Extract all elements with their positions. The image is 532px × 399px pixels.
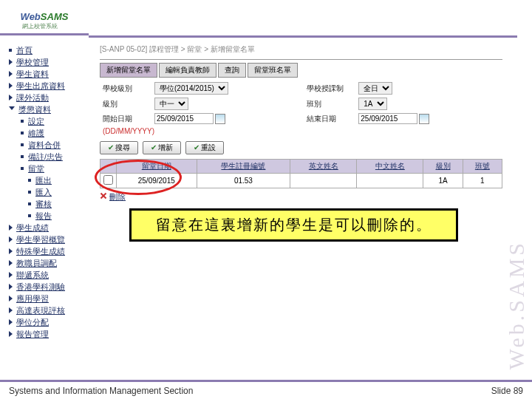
- sidebar-item-label: 首頁: [16, 45, 33, 55]
- tab-3[interactable]: 留堂班名單: [248, 63, 298, 78]
- sidebar-item-18[interactable]: 教職員調配: [7, 257, 92, 269]
- filter-form: 學校級別 學位(2014/2015) 學校授課制 全日 級別 中一 班別 1A …: [100, 81, 502, 137]
- action-buttons: ✔搜尋 ✔增新 ✔重設: [100, 141, 502, 154]
- sidebar-item-23[interactable]: 學位分配: [7, 316, 92, 328]
- expand-icon: [9, 225, 13, 231]
- sidebar-item-12[interactable]: 匯入: [7, 186, 92, 198]
- end-date-label: 結束日期: [304, 112, 355, 126]
- sidebar-item-22[interactable]: 高達表現評核: [7, 304, 92, 316]
- sidebar-item-13[interactable]: 審核: [7, 198, 92, 210]
- add-button[interactable]: ✔增新: [143, 141, 181, 154]
- sidebar-item-label: 匯出: [35, 175, 52, 185]
- sidebar-item-11[interactable]: 匯出: [7, 174, 92, 186]
- expand-icon: [9, 296, 13, 301]
- sidebar-item-label: 課外活動: [16, 92, 49, 103]
- table-row: 25/09/201501.531A1: [100, 174, 502, 188]
- tab-2[interactable]: 查詢: [218, 63, 246, 78]
- logo-web: Web: [21, 11, 41, 22]
- session-select[interactable]: 全日: [358, 82, 392, 95]
- bullet-icon: [28, 179, 31, 182]
- end-date-input[interactable]: [358, 113, 417, 124]
- sidebar-item-label: 設定: [28, 116, 44, 126]
- delete-icon[interactable]: [100, 192, 107, 200]
- sidebar-item-21[interactable]: 應用學習: [7, 293, 92, 304]
- table-header-5[interactable]: 級別: [423, 160, 463, 174]
- content-divider: [100, 59, 502, 60]
- sidebar-item-17[interactable]: 特殊學生成績: [7, 245, 92, 257]
- bullet-icon: [21, 143, 24, 146]
- tab-0[interactable]: 新增留堂名單: [100, 63, 157, 78]
- tab-1[interactable]: 編輯負責教師: [159, 63, 216, 78]
- results-table: 留堂日期學生註冊編號英文姓名中文姓名級別班號 25/09/201501.531A…: [100, 159, 502, 188]
- expand-icon: [9, 236, 13, 242]
- sidebar-item-label: 香港學科測驗: [16, 282, 65, 292]
- date-format-hint: (DD/MM/YYYY): [100, 126, 502, 137]
- sidebar-item-label: 留堂: [28, 163, 44, 174]
- sidebar-item-3[interactable]: 學生出席資料: [7, 80, 92, 92]
- sidebar-item-label: 維護: [28, 128, 44, 138]
- sidebar-item-7[interactable]: 維護: [7, 127, 92, 139]
- class-label: 級別: [100, 96, 151, 112]
- search-button[interactable]: ✔搜尋: [100, 141, 138, 154]
- header-divider: [89, 35, 517, 38]
- footer: Systems and Information Management Secti…: [0, 380, 532, 399]
- level-select[interactable]: 學位(2014/2015): [154, 82, 228, 95]
- check-icon: ✔: [194, 143, 200, 151]
- calendar-icon[interactable]: [215, 114, 225, 124]
- sidebar-item-2[interactable]: 學生資料: [7, 68, 92, 80]
- bullet-icon: [21, 155, 24, 158]
- level-label: 學校級別: [100, 81, 151, 96]
- calendar-icon[interactable]: [419, 114, 429, 124]
- expand-icon: [9, 106, 15, 113]
- bullet-icon: [28, 214, 31, 217]
- sidebar-item-1[interactable]: 學校管理: [7, 56, 92, 68]
- sidebar-item-label: 備註/忠告: [28, 151, 63, 162]
- table-header-2[interactable]: 學生註冊編號: [197, 160, 290, 174]
- start-date-input[interactable]: [154, 113, 214, 124]
- expand-icon: [9, 272, 13, 278]
- table-header-1[interactable]: 留堂日期: [117, 160, 197, 174]
- sidebar-item-10[interactable]: 留堂: [7, 163, 92, 174]
- sidebar-item-5[interactable]: 獎懲資料: [7, 103, 92, 115]
- sidebar-item-15[interactable]: 學生成績: [7, 222, 92, 233]
- sidebar-item-label: 審核: [35, 199, 52, 209]
- sidebar-item-16[interactable]: 學生學習概覽: [7, 233, 92, 245]
- table-header-0: [100, 160, 117, 174]
- bullet-icon: [9, 49, 12, 52]
- check-icon: ✔: [151, 143, 157, 151]
- sidebar-item-0[interactable]: 首頁: [7, 44, 92, 56]
- sidebar-item-label: 學生學習概覽: [16, 234, 65, 245]
- logo: WebSAMS: [21, 11, 69, 22]
- expand-icon: [9, 83, 13, 89]
- table-header-4[interactable]: 中文姓名: [357, 160, 423, 174]
- sidebar-item-4[interactable]: 課外活動: [7, 92, 92, 103]
- sidebar-item-label: 特殊學生成績: [16, 246, 65, 256]
- start-date-label: 開始日期: [100, 112, 151, 126]
- classno-label: 班別: [304, 96, 355, 112]
- sidebar-item-20[interactable]: 香港學科測驗: [7, 281, 92, 293]
- class-select[interactable]: 中一: [154, 98, 188, 110]
- sidebar-item-8[interactable]: 資料合併: [7, 139, 92, 151]
- sidebar-item-label: 報告管理: [16, 329, 49, 339]
- sidebar-item-14[interactable]: 報告: [7, 210, 92, 222]
- footer-left: Systems and Information Management Secti…: [9, 386, 193, 396]
- table-header-6[interactable]: 班號: [463, 160, 502, 174]
- delete-label[interactable]: 刪除: [109, 192, 126, 201]
- sidebar-item-9[interactable]: 備註/忠告: [7, 151, 92, 163]
- sidebar-item-label: 學生成績: [16, 222, 49, 233]
- sidebar-item-19[interactable]: 聯遞系統: [7, 269, 92, 281]
- row-checkbox[interactable]: [103, 175, 113, 185]
- table-cell: [290, 174, 357, 188]
- classno-select[interactable]: 1A: [358, 98, 387, 110]
- table-header-3[interactable]: 英文姓名: [290, 160, 357, 174]
- footer-slide: Slide 89: [491, 386, 523, 396]
- sidebar-item-label: 學校管理: [16, 57, 49, 67]
- bullet-icon: [21, 120, 24, 123]
- sidebar-item-24[interactable]: 報告管理: [7, 328, 92, 340]
- sidebar-item-6[interactable]: 設定: [7, 115, 92, 127]
- tab-bar: 新增留堂名單編輯負責教師查詢留堂班名單: [100, 63, 502, 78]
- reset-button[interactable]: ✔重設: [185, 141, 224, 154]
- breadcrumb: [S-ANP 05-02] 課程管理 > 留堂 > 新增留堂名單: [100, 44, 502, 55]
- expand-icon: [9, 319, 13, 325]
- expand-icon: [9, 307, 13, 313]
